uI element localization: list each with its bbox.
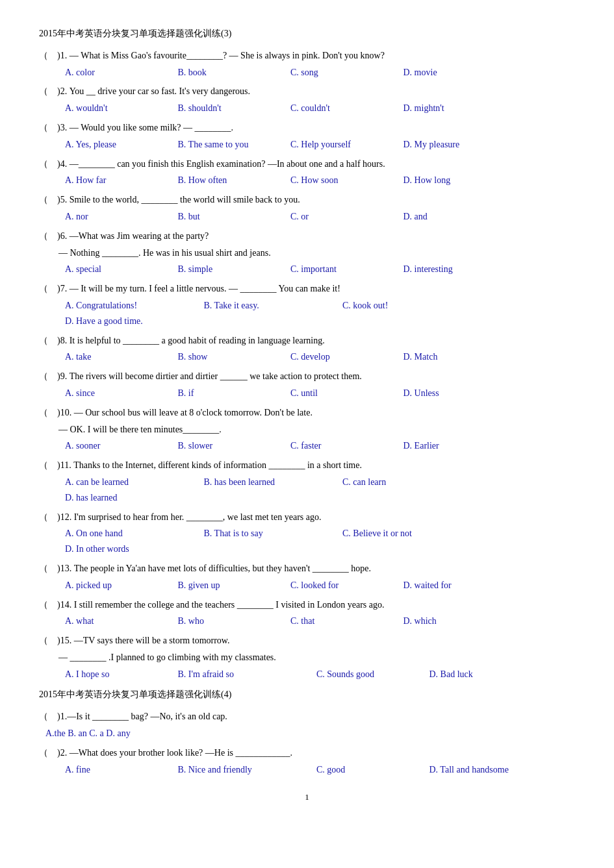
question-11: （ )11. Thanks to the Internet, different…	[39, 458, 575, 505]
question-4: （ )4. —________ can you finish this Engl…	[39, 156, 575, 189]
question-8: （ )8. It is helpful to ________ a good h…	[39, 333, 575, 366]
option-12b: B. That is to say	[204, 526, 334, 541]
option-15b: B. I'm afraid so	[178, 667, 308, 682]
question-14: （ )14. I still remember the college and …	[39, 597, 575, 630]
question-9-text: （ )9. The rivers will become dirtier and…	[39, 369, 575, 384]
question-4-text: （ )4. —________ can you finish this Engl…	[39, 156, 575, 172]
option-5b: B. but	[178, 209, 282, 225]
option-10b: B. slower	[178, 438, 282, 454]
option-1c: C. song	[290, 65, 394, 81]
s4-option-2c: C. good	[316, 762, 420, 778]
option-13c: C. looked for	[290, 578, 394, 593]
question-4-options: A. How far B. How often C. How soon D. H…	[39, 173, 575, 188]
option-9a: A. since	[65, 386, 169, 401]
section-title-3: 2015年中考英语分块复习单项选择题强化训练(3)	[39, 26, 575, 42]
question-12: （ )12. I'm surprised to hear from her. _…	[39, 510, 575, 557]
option-11d: D. has learned	[65, 490, 195, 506]
question-1-text: （ )1. — What is Miss Gao's favourite____…	[39, 48, 575, 64]
question-6-subtext: — Nothing ________. He was in his usual …	[39, 245, 575, 261]
option-13a: A. picked up	[65, 578, 169, 593]
question-7: （ )7. — It will be my turn. I feel a lit…	[39, 281, 575, 329]
question-11-options: A. can be learned B. has been learned C.…	[39, 475, 575, 506]
option-2b: B. shouldn't	[178, 101, 282, 116]
question-5-text: （ )5. Smile to the world, ________ the w…	[39, 192, 575, 208]
option-9c: C. until	[290, 386, 394, 401]
option-4b: B. How often	[178, 173, 282, 188]
option-4d: D. How long	[403, 173, 507, 188]
option-7c: C. kook out!	[342, 298, 472, 314]
option-14c: C. that	[290, 614, 394, 629]
option-3d: D. My pleasure	[403, 137, 507, 153]
s4-question-1-text: （ )1.—Is it ________ bag? —No, it's an o…	[39, 709, 575, 725]
section-title-4: 2015年中考英语分块复习单项选择题强化训练(4)	[39, 687, 575, 702]
option-1d: D. movie	[403, 65, 507, 81]
option-3c: C. Help yourself	[290, 137, 394, 153]
option-9d: D. Unless	[403, 386, 507, 401]
s4-option-2d: D. Tall and handsome	[429, 762, 559, 778]
question-2-text: （ )2. You __ drive your car so fast. It'…	[39, 84, 575, 99]
option-12a: A. On one hand	[65, 526, 195, 541]
question-13-options: A. picked up B. given up C. looked for D…	[39, 578, 575, 593]
option-10d: D. Earlier	[403, 438, 507, 454]
option-13d: D. waited for	[403, 578, 507, 593]
option-2d: D. mightn't	[403, 101, 507, 116]
question-15-options: A. I hope so B. I'm afraid so C. Sounds …	[39, 667, 575, 682]
option-9b: B. if	[178, 386, 282, 401]
question-5: （ )5. Smile to the world, ________ the w…	[39, 192, 575, 225]
question-2: （ )2. You __ drive your car so fast. It'…	[39, 84, 575, 116]
question-1: （ )1. — What is Miss Gao's favourite____…	[39, 48, 575, 81]
option-8c: C. develop	[290, 349, 394, 365]
question-10: （ )10. — Our school bus will leave at 8 …	[39, 405, 575, 454]
question-15: （ )15. —TV says there will be a storm to…	[39, 633, 575, 682]
s4-question-2: （ )2. —What does your brother look like?…	[39, 745, 575, 778]
option-5d: D. and	[403, 209, 507, 225]
question-5-options: A. nor B. but C. or D. and	[39, 209, 575, 225]
option-11b: B. has been learned	[204, 475, 334, 490]
option-11a: A. can be learned	[65, 475, 195, 490]
option-15a: A. I hope so	[65, 667, 169, 682]
option-14b: B. who	[178, 614, 282, 629]
question-12-options: A. On one hand B. That is to say C. Beli…	[39, 526, 575, 557]
question-3: （ )3. — Would you like some milk? — ____…	[39, 120, 575, 153]
option-14d: D. which	[403, 614, 507, 629]
option-13b: B. given up	[178, 578, 282, 593]
question-7-text: （ )7. — It will be my turn. I feel a lit…	[39, 281, 575, 297]
s4-option-2a: A. fine	[65, 762, 169, 778]
option-10a: A. sooner	[65, 438, 169, 454]
question-6: （ )6. —What was Jim wearing at the party…	[39, 229, 575, 277]
option-11c: C. can learn	[342, 475, 472, 490]
option-1b: B. book	[178, 65, 282, 81]
question-11-text: （ )11. Thanks to the Internet, different…	[39, 458, 575, 473]
question-13-text: （ )13. The people in Ya'an have met lots…	[39, 561, 575, 577]
page-number: 1	[39, 790, 575, 804]
question-15-text: （ )15. —TV says there will be a storm to…	[39, 633, 575, 649]
option-4a: A. How far	[65, 173, 169, 188]
question-15-subtext: — ________ .I planned to go climbing wit…	[39, 650, 575, 665]
question-1-options: A. color B. book C. song D. movie	[39, 65, 575, 81]
question-13: （ )13. The people in Ya'an have met lots…	[39, 561, 575, 593]
question-10-options: A. sooner B. slower C. faster D. Earlier	[39, 438, 575, 454]
question-10-subtext: — OK. I will be there ten minutes_______…	[39, 422, 575, 438]
option-12c: C. Believe it or not	[342, 526, 472, 541]
option-8b: B. show	[178, 349, 282, 365]
question-9: （ )9. The rivers will become dirtier and…	[39, 369, 575, 401]
option-14a: A. what	[65, 614, 169, 629]
s4-question-1-options: A.the B. an C. a D. any	[39, 726, 575, 741]
option-6c: C. important	[290, 262, 394, 277]
option-5c: C. or	[290, 209, 394, 225]
question-3-options: A. Yes, please B. The same to you C. Hel…	[39, 137, 575, 153]
option-4c: C. How soon	[290, 173, 394, 188]
option-8a: A. take	[65, 349, 169, 365]
option-7a: A. Congratulations!	[65, 298, 195, 314]
s4-question-2-options: A. fine B. Nice and friendly C. good D. …	[39, 762, 575, 778]
option-12d: D. In other words	[65, 541, 195, 557]
option-3a: A. Yes, please	[65, 137, 169, 153]
option-6a: A. special	[65, 262, 169, 277]
option-3b: B. The same to you	[178, 137, 282, 153]
question-14-options: A. what B. who C. that D. which	[39, 614, 575, 629]
option-5a: A. nor	[65, 209, 169, 225]
question-8-text: （ )8. It is helpful to ________ a good h…	[39, 333, 575, 349]
question-6-text: （ )6. —What was Jim wearing at the party…	[39, 229, 575, 244]
question-14-text: （ )14. I still remember the college and …	[39, 597, 575, 613]
option-8d: D. Match	[403, 349, 507, 365]
